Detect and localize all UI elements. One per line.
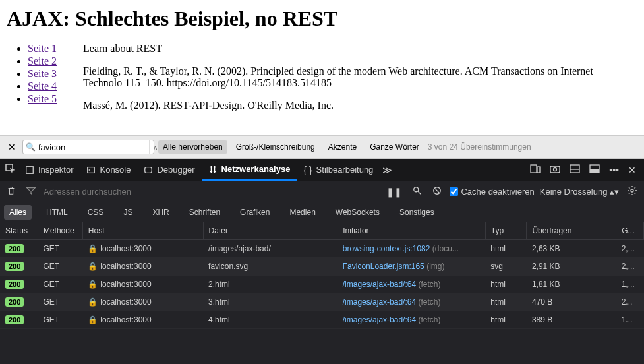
th-size[interactable]: G...: [616, 222, 644, 240]
table-row[interactable]: 200GET🔒localhost:30002.html/images/ajax-…: [0, 276, 644, 293]
cell-size: 2...: [616, 293, 644, 311]
find-bar: ✕ 🔍 ∧ ∨ Alle hervorheben Groß-/Kleinschr…: [0, 135, 644, 159]
svg-rect-1: [26, 166, 34, 173]
cell-type: html: [485, 240, 527, 258]
type-images[interactable]: Grafiken: [235, 205, 275, 220]
type-html[interactable]: HTML: [41, 205, 73, 220]
block-icon[interactable]: [430, 183, 444, 200]
cell-host: 🔒localhost:3000: [82, 311, 203, 329]
search-icon[interactable]: [410, 183, 424, 200]
para-2: Fielding, R. T., & Taylor, R. N. (2002).…: [83, 65, 630, 89]
tab-style[interactable]: { } Stilbearbeitung: [297, 159, 380, 181]
type-media[interactable]: Medien: [284, 205, 320, 220]
tab-network[interactable]: Netzwerkanalyse: [202, 159, 297, 181]
throttle-select[interactable]: Keine Drosselung ▴▾: [540, 187, 619, 197]
find-count: 3 von 24 Übereinstimmungen: [428, 142, 531, 152]
more-tabs-icon[interactable]: ≫: [380, 162, 395, 178]
cell-transferred: 2,91 KB: [527, 258, 616, 276]
find-input[interactable]: [38, 140, 149, 154]
th-file[interactable]: Datei: [203, 222, 337, 240]
cell-initiator: FaviconLoader.jsm:165 (img): [337, 258, 486, 276]
pause-icon[interactable]: ❚❚: [384, 184, 405, 200]
find-accents[interactable]: Akzente: [324, 140, 361, 154]
svg-point-16: [631, 189, 633, 192]
type-all[interactable]: Alles: [4, 205, 32, 220]
network-toolbar: ❚❚ Cache deaktivieren Keine Drosselung ▴…: [0, 181, 644, 202]
cell-method: GET: [38, 276, 82, 293]
cell-size: 2,...: [616, 240, 644, 258]
nav-link-3[interactable]: Seite 3: [28, 68, 57, 79]
table-row[interactable]: 200GET🔒localhost:30003.html/images/ajax-…: [0, 293, 644, 311]
find-match-case[interactable]: Groß-/Kleinschreibung: [231, 140, 320, 154]
braces-icon: { }: [303, 165, 312, 175]
find-highlight-all[interactable]: Alle hervorheben: [158, 140, 227, 154]
cell-method: GET: [38, 240, 82, 258]
close-icon[interactable]: ✕: [5, 140, 18, 154]
th-type[interactable]: Typ: [485, 222, 527, 240]
type-xhr[interactable]: XHR: [147, 205, 174, 220]
nav-link-5[interactable]: Seite 5: [28, 93, 57, 104]
table-row[interactable]: 200GET🔒localhost:3000/images/ajax-bad/br…: [0, 240, 644, 258]
type-ws[interactable]: WebSockets: [330, 205, 385, 220]
devtools: Inspektor Konsole Debugger Netzwerkanaly…: [0, 159, 644, 364]
lock-icon: 🔒: [88, 262, 98, 271]
cell-type: html: [485, 311, 527, 329]
dock-icon[interactable]: [587, 162, 602, 178]
cell-host: 🔒localhost:3000: [82, 240, 203, 258]
th-transferred[interactable]: Übertragen: [527, 222, 616, 240]
camera-icon[interactable]: [547, 162, 563, 178]
cell-transferred: 1,81 KB: [527, 276, 616, 293]
responsive-icon[interactable]: [527, 162, 543, 178]
tab-console[interactable]: Konsole: [80, 159, 137, 181]
svg-rect-11: [590, 169, 599, 173]
cell-initiator: browsing-context.js:1082 (docu...: [337, 240, 486, 258]
trash-icon[interactable]: [4, 183, 18, 200]
cell-transferred: 389 B: [527, 311, 616, 329]
network-filter-input[interactable]: [44, 187, 378, 197]
nav-link-2[interactable]: Seite 2: [28, 55, 57, 67]
type-css[interactable]: CSS: [82, 205, 109, 220]
table-row[interactable]: 200GET🔒localhost:3000favicon.svgFaviconL…: [0, 258, 644, 276]
element-picker-icon[interactable]: [3, 161, 18, 179]
gear-icon[interactable]: [624, 183, 640, 200]
table-row[interactable]: 200GET🔒localhost:30004.html/images/ajax-…: [0, 311, 644, 329]
devtools-close-icon[interactable]: ✕: [626, 162, 639, 178]
th-host[interactable]: Host: [82, 222, 203, 240]
tab-inspector[interactable]: Inspektor: [18, 159, 80, 181]
th-method[interactable]: Methode: [38, 222, 82, 240]
page-nav: Seite 1Seite 2Seite 3Seite 4Seite 5: [28, 43, 57, 122]
cell-size: 2,...: [616, 258, 644, 276]
devtools-tabs: Inspektor Konsole Debugger Netzwerkanaly…: [0, 159, 644, 181]
kebab-icon[interactable]: •••: [606, 162, 622, 178]
cell-method: GET: [38, 258, 82, 276]
cache-checkbox[interactable]: [450, 187, 458, 196]
search-icon: 🔍: [23, 142, 38, 152]
cell-transferred: 2,63 KB: [527, 240, 616, 258]
find-input-wrap: 🔍 ∧ ∨: [22, 140, 154, 154]
type-fonts[interactable]: Schriften: [184, 205, 225, 220]
status-badge: 200: [5, 297, 24, 307]
cell-initiator: /images/ajax-bad/:64 (fetch): [337, 293, 486, 311]
svg-line-15: [435, 189, 440, 193]
status-badge: 200: [5, 280, 24, 289]
cell-host: 🔒localhost:3000: [82, 258, 203, 276]
th-status[interactable]: Status: [0, 222, 38, 240]
find-whole-words[interactable]: Ganze Wörter: [365, 140, 424, 154]
type-other[interactable]: Sonstiges: [394, 205, 440, 220]
status-badge: 200: [5, 262, 24, 271]
tab-debugger[interactable]: Debugger: [137, 159, 201, 181]
cell-size: 1...: [616, 311, 644, 329]
type-js[interactable]: JS: [118, 205, 138, 220]
page-title: AJAX: Schlechtes Beispiel, no REST: [7, 7, 637, 31]
chevron-icon: ▴▾: [610, 187, 619, 197]
svg-rect-5: [537, 167, 540, 173]
nav-link-4[interactable]: Seite 4: [28, 80, 57, 92]
console-split-icon[interactable]: [567, 162, 583, 178]
cache-disable-toggle[interactable]: Cache deaktivieren: [450, 187, 534, 197]
nav-link-1[interactable]: Seite 1: [28, 43, 57, 54]
filter-icon[interactable]: [22, 183, 40, 200]
svg-rect-8: [570, 165, 579, 173]
svg-rect-2: [88, 167, 95, 173]
th-initiator[interactable]: Initiator: [337, 222, 486, 240]
cell-type: svg: [485, 258, 527, 276]
